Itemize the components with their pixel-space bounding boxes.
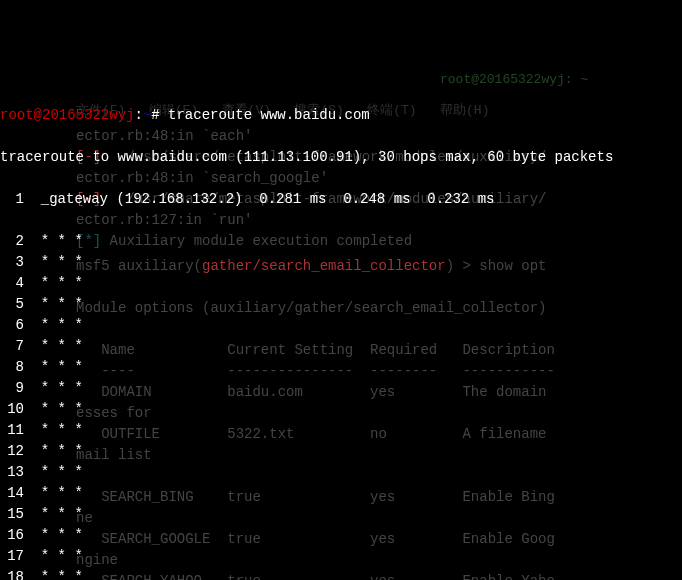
hop-result: * * * xyxy=(24,273,83,294)
hop-number: 13 xyxy=(0,462,24,483)
hop-row: 9 * * * xyxy=(0,378,682,399)
hop-row: 17 * * * xyxy=(0,546,682,567)
hop-number: 5 xyxy=(0,294,24,315)
hop-result: * * * xyxy=(24,567,83,580)
hop-row: 8 * * * xyxy=(0,357,682,378)
hop-number: 8 xyxy=(0,357,24,378)
hop-row: 3 * * * xyxy=(0,252,682,273)
hop-number: 16 xyxy=(0,525,24,546)
hop-row: 2 * * * xyxy=(0,231,682,252)
hop-number: 10 xyxy=(0,399,24,420)
hop-result: * * * xyxy=(24,546,83,567)
prompt-path: ~ xyxy=(143,107,151,123)
hop-row: 18 * * * xyxy=(0,567,682,580)
hop-row: 6 * * * xyxy=(0,315,682,336)
hop-result: * * * xyxy=(24,483,83,504)
hop-number: 11 xyxy=(0,420,24,441)
hop-result: * * * xyxy=(24,420,83,441)
prompt-line: root@20165322wyj:~# traceroute www.baidu… xyxy=(0,105,682,126)
terminal-output: root@20165322wyj:~# traceroute www.baidu… xyxy=(0,84,682,580)
trace-header: traceroute to www.baidu.com (111.13.100.… xyxy=(0,147,682,168)
hop-number: 2 xyxy=(0,231,24,252)
hop-number: 6 xyxy=(0,315,24,336)
hop-row: 10 * * * xyxy=(0,399,682,420)
hop-result: * * * xyxy=(24,315,83,336)
hop-number: 4 xyxy=(0,273,24,294)
hop-result: * * * xyxy=(24,378,83,399)
hop-row: 1 _gateway (192.168.132.2) 0.281 ms 0.24… xyxy=(0,189,682,210)
hop-row: 14 * * * xyxy=(0,483,682,504)
hop-row: 16 * * * xyxy=(0,525,682,546)
hop-result: * * * xyxy=(24,441,83,462)
hop-result: * * * xyxy=(24,252,83,273)
hop-result: * * * xyxy=(24,399,83,420)
hop-number: 3 xyxy=(0,252,24,273)
command-text: traceroute www.baidu.com xyxy=(168,107,370,123)
hop-result: * * * xyxy=(24,294,83,315)
hop-row: 12 * * * xyxy=(0,441,682,462)
hop-row: 15 * * * xyxy=(0,504,682,525)
hop-number: 18 xyxy=(0,567,24,580)
hop-result: * * * xyxy=(24,462,83,483)
hop-number: 17 xyxy=(0,546,24,567)
hop-row: 11 * * * xyxy=(0,420,682,441)
hop-row: 13 * * * xyxy=(0,462,682,483)
hop-row: 7 * * * xyxy=(0,336,682,357)
hop-number: 14 xyxy=(0,483,24,504)
hop-row: 4 * * * xyxy=(0,273,682,294)
hop-result: * * * xyxy=(24,336,83,357)
hop-row: 5 * * * xyxy=(0,294,682,315)
hop-number: 7 xyxy=(0,336,24,357)
prompt-user: root@20165322wyj xyxy=(0,107,134,123)
hop-result: * * * xyxy=(24,357,83,378)
hop-result: * * * xyxy=(24,231,83,252)
hop-result: * * * xyxy=(24,504,83,525)
hop-number: 9 xyxy=(0,378,24,399)
hop-number: 15 xyxy=(0,504,24,525)
hop-number: 12 xyxy=(0,441,24,462)
hop-result: * * * xyxy=(24,525,83,546)
